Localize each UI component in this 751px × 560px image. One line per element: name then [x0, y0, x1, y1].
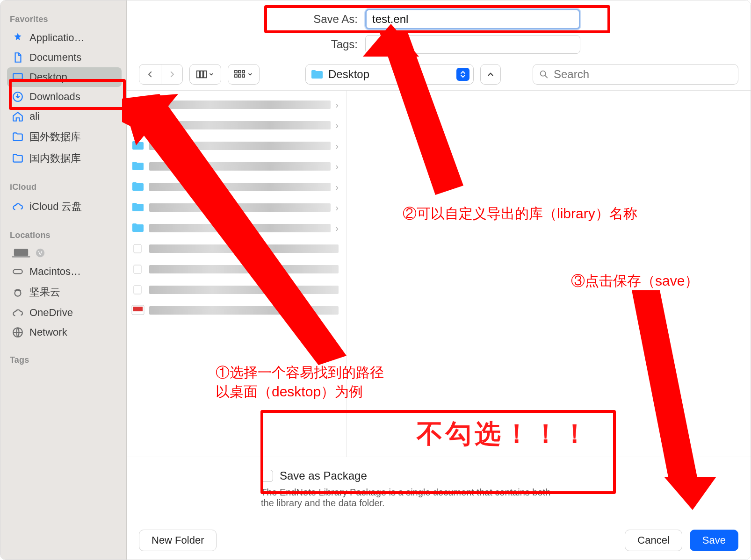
sidebar-heading-favorites: Favorites: [7, 12, 122, 28]
column-1[interactable]: ›››››››: [127, 91, 347, 457]
sidebar-heading-icloud: iCloud: [7, 179, 122, 196]
redacted-filename: [149, 265, 339, 273]
redacted-filename: [149, 224, 331, 232]
chevron-down-icon: [209, 72, 214, 77]
sidebar-item-label: OneDrive: [29, 307, 73, 319]
sidebar-item-home[interactable]: ali: [7, 107, 122, 126]
folder-icon: [131, 202, 144, 213]
list-item[interactable]: ›: [127, 115, 346, 136]
package-section: Save as Package The EndNote Library Pack…: [127, 457, 751, 521]
save-button[interactable]: Save: [690, 530, 738, 551]
svg-rect-14: [238, 71, 241, 73]
network-icon: [12, 326, 24, 338]
list-item[interactable]: ›: [127, 218, 346, 238]
chevron-right-icon: ›: [335, 182, 339, 193]
popup-arrows-icon: [456, 68, 469, 81]
svg-text:V: V: [38, 250, 43, 257]
list-item[interactable]: ›: [127, 94, 346, 115]
location-popup[interactable]: Desktop: [305, 64, 474, 85]
document-icon: [12, 51, 24, 64]
redacted-filename: [149, 162, 331, 171]
applications-icon: [12, 32, 24, 44]
svg-point-19: [541, 71, 546, 76]
sidebar-item-downloads[interactable]: Downloads: [7, 87, 122, 107]
image-icon: [131, 305, 144, 316]
cloud-icon: [12, 307, 24, 319]
file-browser: ›››››››: [127, 91, 751, 457]
svg-rect-24: [133, 307, 143, 311]
redacted-filename: [149, 121, 331, 129]
folder-icon: [12, 131, 24, 143]
chevron-right-icon: ›: [335, 202, 339, 213]
search-input[interactable]: [554, 68, 732, 81]
sidebar-item-macintosh-hd[interactable]: Macintos…: [7, 262, 122, 281]
group-by-button[interactable]: [228, 64, 260, 85]
tags-label: Tags:: [297, 38, 358, 51]
svg-rect-21: [134, 265, 141, 273]
svg-rect-3: [14, 249, 28, 256]
desktop-icon: [12, 71, 24, 83]
redacted-filename: [149, 306, 339, 315]
list-item[interactable]: ›: [127, 197, 346, 218]
sidebar-item-label: 国内数据库: [29, 151, 81, 165]
sidebar-item-nutstore[interactable]: 坚果云: [7, 281, 122, 303]
new-folder-button[interactable]: New Folder: [139, 530, 217, 551]
svg-rect-10: [197, 71, 200, 78]
tags-input[interactable]: [365, 35, 580, 54]
svg-rect-4: [12, 256, 30, 258]
folder-icon: [131, 99, 144, 110]
list-item[interactable]: [127, 280, 346, 300]
column-2[interactable]: [347, 91, 751, 457]
sidebar-item-onedrive[interactable]: OneDrive: [7, 303, 122, 323]
list-item[interactable]: ›: [127, 156, 346, 177]
saveas-input[interactable]: [365, 9, 580, 29]
chevron-right-icon: ›: [335, 161, 339, 172]
sidebar-item-folder-1[interactable]: 国外数据库: [7, 126, 122, 148]
disk-icon: [12, 266, 24, 278]
list-item[interactable]: ›: [127, 136, 346, 156]
file-icon: [131, 264, 144, 275]
home-icon: [12, 110, 24, 122]
view-mode-columns[interactable]: [189, 64, 221, 85]
sidebar-heading-locations: Locations: [7, 228, 122, 244]
file-icon: [131, 243, 144, 254]
sidebar-heading-tags: Tags: [7, 352, 122, 369]
folder-icon: [131, 161, 144, 172]
sidebar: Favorites Applicatio… Documents: [0, 0, 127, 560]
sidebar-item-applications[interactable]: Applicatio…: [7, 28, 122, 48]
chevron-down-icon: [247, 72, 253, 77]
search-icon: [539, 69, 549, 79]
sidebar-item-label: 国外数据库: [29, 130, 81, 144]
sidebar-item-label: Desktop: [29, 71, 67, 83]
list-item[interactable]: [127, 300, 346, 321]
nav-back-forward: [139, 64, 183, 85]
svg-rect-12: [204, 71, 207, 78]
sidebar-item-desktop[interactable]: Desktop: [7, 67, 122, 87]
redacted-filename: [149, 244, 339, 253]
redacted-filename: [149, 183, 331, 191]
collapse-button[interactable]: [480, 64, 501, 85]
sidebar-item-label: Documents: [29, 51, 81, 64]
list-item[interactable]: [127, 259, 346, 280]
svg-rect-20: [134, 244, 141, 253]
svg-rect-13: [235, 71, 237, 73]
saveas-label: Save As:: [297, 13, 358, 26]
save-as-package-description: The EndNote Library Package is a single …: [261, 487, 551, 509]
sidebar-item-network[interactable]: Network: [7, 323, 122, 342]
sidebar-item-label: Downloads: [29, 91, 80, 103]
sidebar-item-icloud-drive[interactable]: iCloud 云盘: [7, 196, 122, 217]
nut-icon: [12, 286, 24, 298]
cancel-button[interactable]: Cancel: [625, 530, 682, 551]
sidebar-item-documents[interactable]: Documents: [7, 48, 122, 67]
search-field[interactable]: [533, 64, 738, 85]
back-button[interactable]: [139, 65, 161, 84]
downloads-icon: [12, 91, 24, 103]
sidebar-item-folder-2[interactable]: 国内数据库: [7, 148, 122, 169]
chevron-right-icon: ›: [335, 100, 339, 110]
list-item[interactable]: ›: [127, 177, 346, 197]
forward-button[interactable]: [161, 65, 182, 84]
sidebar-item-label: iCloud 云盘: [29, 200, 82, 214]
svg-rect-11: [200, 71, 203, 78]
list-item[interactable]: [127, 238, 346, 259]
save-as-package-checkbox[interactable]: [261, 470, 273, 482]
